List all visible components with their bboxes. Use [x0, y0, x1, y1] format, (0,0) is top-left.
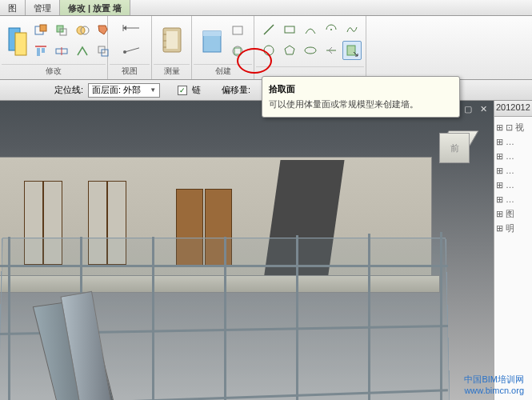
viewport-restore[interactable]: ▢: [464, 104, 472, 114]
tree-item[interactable]: ⊞ …: [496, 149, 530, 163]
svg-rect-30: [234, 48, 241, 54]
svg-point-33: [330, 29, 332, 30]
split-button[interactable]: [52, 42, 71, 61]
rect-tool[interactable]: [280, 20, 299, 39]
draw-rect-button[interactable]: [228, 21, 247, 40]
tab-modify-place-wall[interactable]: 修改 | 放置 墙: [60, 0, 130, 15]
project-tree[interactable]: ⊞ ⊡ 视 ⊞ … ⊞ … ⊞ … ⊞ … ⊞ … ⊞ 图 ⊞ 明: [494, 117, 532, 238]
svg-rect-27: [203, 31, 221, 36]
svg-point-19: [123, 50, 126, 54]
circle-tool[interactable]: [259, 41, 278, 60]
pick-line-tool[interactable]: [322, 41, 341, 60]
chain-checkbox[interactable]: ✓: [178, 86, 187, 95]
panel-measure: 测量: [152, 16, 192, 79]
svg-rect-28: [233, 26, 242, 34]
tree-item[interactable]: ⊞ ⊡ 视: [496, 120, 530, 134]
tooltip-title: 拾取面: [269, 83, 453, 95]
trim-button[interactable]: [73, 42, 92, 61]
panel-modify-label: 修改: [2, 64, 106, 78]
panel-modify: 修改: [0, 16, 108, 79]
model-geometry: [0, 133, 494, 400]
tree-item[interactable]: ⊞ …: [496, 163, 530, 178]
panel-create: 创建: [192, 16, 254, 79]
tree-item[interactable]: ⊞ …: [496, 192, 530, 206]
pick-face-tool[interactable]: [342, 41, 362, 60]
draw-inscribed-button[interactable]: [228, 42, 247, 61]
svg-point-34: [264, 46, 274, 55]
location-line-label: 定位线:: [54, 84, 83, 96]
tooltip-body: 可以使用体量面或常规模型来创建墙。: [269, 98, 453, 110]
tab-view[interactable]: 图: [0, 0, 26, 15]
svg-rect-37: [347, 46, 355, 55]
view-cube[interactable]: 前: [439, 133, 474, 168]
viewport-3d[interactable]: — ▢ ✕ 前: [0, 101, 494, 400]
svg-rect-32: [285, 26, 294, 33]
create-wall-button[interactable]: [198, 22, 226, 60]
align-button[interactable]: [31, 42, 50, 61]
tooltip-pick-face: 拾取面 可以使用体量面或常规模型来创建墙。: [262, 76, 460, 118]
project-browser[interactable]: ⊞ ⊡ 视 ⊞ … ⊞ … ⊞ … ⊞ … ⊞ … ⊞ 图 ⊞ 明: [494, 117, 532, 400]
svg-point-35: [305, 47, 316, 54]
cut-button[interactable]: [52, 21, 71, 40]
offset-label: 偏移量:: [222, 84, 250, 96]
measure-tool-button[interactable]: [158, 22, 186, 60]
panel-view: 视图: [108, 16, 152, 79]
panel-create-label: 创建: [194, 64, 252, 78]
tree-item[interactable]: ⊞ 明: [496, 221, 530, 235]
measure-button[interactable]: [120, 39, 139, 58]
svg-rect-22: [166, 31, 178, 49]
line-tool[interactable]: [259, 20, 278, 39]
join-button[interactable]: [73, 21, 92, 40]
svg-line-31: [264, 25, 274, 34]
spline-tool[interactable]: [342, 20, 362, 39]
ribbon: 修改 视图 测量 创建: [0, 16, 532, 80]
cope-button[interactable]: [31, 21, 50, 40]
cube-front[interactable]: 前: [439, 133, 470, 163]
ellipse-tool[interactable]: [301, 41, 320, 60]
svg-line-18: [125, 46, 139, 52]
tree-item[interactable]: ⊞ …: [496, 134, 530, 149]
tab-manage[interactable]: 管理: [26, 0, 60, 15]
svg-rect-9: [37, 48, 40, 56]
panel-view-label: 视图: [110, 64, 150, 78]
watermark: 中国BIM培训网 www.bimcn.org: [464, 374, 524, 395]
tree-item[interactable]: ⊞ 图: [496, 206, 530, 221]
panel-measure-label: 测量: [154, 64, 190, 78]
dimension-button[interactable]: [120, 18, 139, 38]
cut-geometry-button[interactable]: [6, 22, 30, 60]
arc-tool[interactable]: [301, 20, 320, 39]
ribbon-tabs: 图 管理 修改 | 放置 墙: [0, 0, 532, 16]
svg-rect-1: [15, 33, 26, 55]
project-browser-title: 2012012: [494, 101, 532, 117]
arc-center-tool[interactable]: [322, 20, 341, 39]
viewport-close[interactable]: ✕: [480, 104, 487, 114]
svg-rect-10: [42, 48, 45, 53]
svg-rect-3: [40, 25, 46, 31]
panel-draw: [254, 16, 366, 79]
tree-item[interactable]: ⊞ …: [496, 178, 530, 192]
chain-label: 链: [192, 84, 201, 96]
polygon-tool[interactable]: [280, 41, 299, 60]
location-line-select[interactable]: 面层面: 外部: [88, 83, 160, 98]
